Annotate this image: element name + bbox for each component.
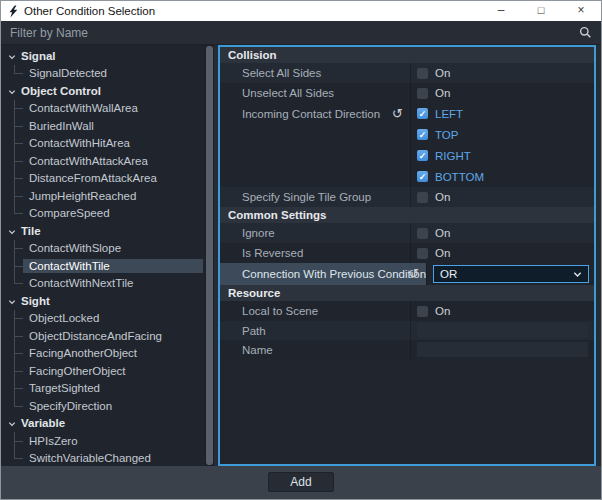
tree-item-distancefromattackarea[interactable]: DistanceFromAttackArea [1, 170, 205, 188]
checkbox-direction-top[interactable]: ✓ [417, 129, 428, 140]
revert-icon[interactable]: ↺ [408, 267, 419, 280]
chevron-down-icon [8, 222, 16, 240]
filter-bar [1, 21, 601, 45]
property-incoming-contact-direction-bottom: ✓BOTTOM [220, 166, 594, 187]
tree-item-buriedinwall[interactable]: BuriedInWall [1, 117, 205, 135]
check-icon: ✓ [419, 172, 427, 182]
property-is-reversed: Is Reversed On [220, 243, 594, 263]
tree-item-signaldetected[interactable]: SignalDetected [1, 65, 205, 83]
check-icon: ✓ [419, 130, 427, 140]
other-condition-selection-dialog: Other Condition Selection – □ × Signal S… [0, 0, 602, 500]
tree-group-sight[interactable]: Sight [1, 292, 205, 310]
condition-tree-panel: Signal SignalDetected Object Control Con… [1, 45, 214, 466]
tree-item-contactwithtile-selected[interactable]: ContactWithTile [1, 257, 205, 275]
property-path: Path [220, 321, 594, 340]
name-field[interactable] [417, 342, 588, 357]
checkbox-local-to-scene[interactable] [417, 306, 428, 317]
property-incoming-contact-direction-right: ✓RIGHT [220, 145, 594, 166]
checkbox-direction-bottom[interactable]: ✓ [417, 171, 428, 182]
check-icon: ✓ [419, 109, 427, 119]
tree-group-object-control[interactable]: Object Control [1, 82, 205, 100]
close-button[interactable]: × [561, 1, 601, 21]
section-common-settings[interactable]: Common Settings [220, 207, 594, 223]
section-resource[interactable]: Resource [220, 285, 594, 301]
dialog-body: Signal SignalDetected Object Control Con… [1, 45, 601, 466]
checkbox-specify-single-tile-group[interactable] [417, 192, 428, 203]
checkbox-select-all-sides[interactable] [417, 68, 428, 79]
tree-item-objectlocked[interactable]: ObjectLocked [1, 310, 205, 328]
add-button[interactable]: Add [268, 472, 334, 492]
minimize-button[interactable]: – [481, 1, 521, 21]
property-connection-with-previous-condition: Connection With Previous Condition ↺ OR [220, 263, 594, 285]
checkbox-is-reversed[interactable] [417, 248, 428, 259]
tree-item-objectdistanceandfacing[interactable]: ObjectDistanceAndFacing [1, 327, 205, 345]
tree-item-switchvariablechanged[interactable]: SwitchVariableChanged [1, 450, 205, 467]
checkbox-unselect-all-sides[interactable] [417, 88, 428, 99]
tree-item-facinganotherobject[interactable]: FacingAnotherObject [1, 345, 205, 363]
tree-item-contactwithnexttile[interactable]: ContactWithNextTile [1, 275, 205, 293]
property-specify-single-tile-group: Specify Single Tile Group On [220, 187, 594, 207]
chevron-down-icon [8, 47, 16, 65]
inspector-empty-area [220, 359, 594, 464]
tree-item-contactwithslope[interactable]: ContactWithSlope [1, 240, 205, 258]
chevron-down-icon [8, 414, 16, 432]
section-collision[interactable]: Collision [220, 47, 594, 63]
tree-scrollbar[interactable] [205, 45, 214, 466]
tree-item-contactwithhitarea[interactable]: ContactWithHitArea [1, 135, 205, 153]
property-unselect-all-sides: Unselect All Sides On [220, 83, 594, 103]
chevron-down-icon [573, 271, 582, 278]
connection-dropdown[interactable]: OR [433, 265, 589, 283]
condition-tree: Signal SignalDetected Object Control Con… [1, 45, 205, 466]
filter-input[interactable] [10, 26, 579, 40]
tree-item-contactwithattackarea[interactable]: ContactWithAttackArea [1, 152, 205, 170]
tree-scrollbar-thumb[interactable] [206, 46, 213, 465]
property-ignore: Ignore On [220, 223, 594, 243]
app-icon [7, 5, 19, 18]
tree-item-targetsighted[interactable]: TargetSighted [1, 380, 205, 398]
check-icon: ✓ [419, 151, 427, 161]
property-incoming-contact-direction: Incoming Contact Direction ↺ ✓LEFT [220, 103, 594, 124]
tree-item-contactwithwallarea[interactable]: ContactWithWallArea [1, 100, 205, 118]
tree-item-comparespeed[interactable]: CompareSpeed [1, 205, 205, 223]
checkbox-ignore[interactable] [417, 228, 428, 239]
tree-group-tile[interactable]: Tile [1, 222, 205, 240]
property-select-all-sides: Select All Sides On [220, 63, 594, 83]
maximize-button[interactable]: □ [521, 1, 561, 21]
tree-group-variable[interactable]: Variable [1, 415, 205, 433]
tree-group-signal[interactable]: Signal [1, 47, 205, 65]
path-field[interactable] [417, 323, 588, 338]
window-title: Other Condition Selection [24, 5, 481, 17]
revert-icon[interactable]: ↺ [392, 107, 403, 120]
property-local-to-scene: Local to Scene On [220, 301, 594, 321]
checkbox-direction-left[interactable]: ✓ [417, 108, 428, 119]
dialog-footer: Add [1, 466, 601, 499]
search-icon [579, 26, 592, 39]
titlebar: Other Condition Selection – □ × [1, 1, 601, 21]
tree-item-specifydirection[interactable]: SpecifyDirection [1, 397, 205, 415]
chevron-down-icon [8, 292, 16, 310]
tree-item-hpiszero[interactable]: HPIsZero [1, 432, 205, 450]
checkbox-direction-right[interactable]: ✓ [417, 150, 428, 161]
tree-item-jumpheightreached[interactable]: JumpHeightReached [1, 187, 205, 205]
property-name: Name [220, 340, 594, 359]
inspector-panel: Collision Select All Sides On Unselect A… [218, 45, 596, 466]
property-incoming-contact-direction-top: ✓TOP [220, 124, 594, 145]
tree-item-facingotherobject[interactable]: FacingOtherObject [1, 362, 205, 380]
chevron-down-icon [8, 82, 16, 100]
